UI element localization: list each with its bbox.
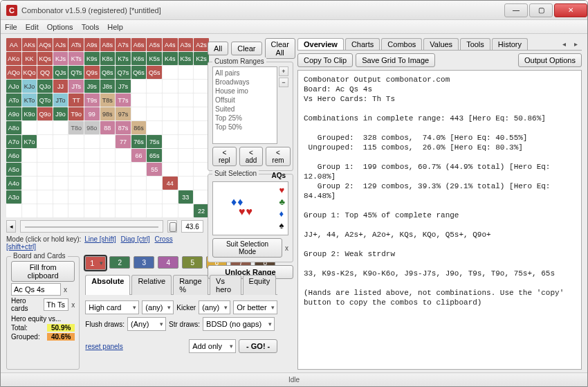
output-tabs[interactable]: OverviewChartsCombosValuesToolsHistory◂▸ bbox=[297, 38, 582, 51]
group-color-1[interactable]: 1 bbox=[85, 256, 106, 270]
hand-cell-88[interactable]: 88 bbox=[100, 121, 116, 134]
made-hand-qual-select[interactable]: (any) bbox=[142, 300, 174, 314]
made-hand-select[interactable]: High card bbox=[85, 300, 139, 314]
hand-cell-T9o[interactable]: T9o bbox=[68, 107, 84, 120]
hand-cell-A7o[interactable]: A7o bbox=[6, 135, 21, 148]
hero-clear-button[interactable]: x bbox=[71, 301, 75, 309]
hand-cell-T8s[interactable]: T8s bbox=[100, 93, 116, 107]
hand-cell-K5s[interactable]: K5s bbox=[147, 52, 162, 65]
filter-tab-absolute[interactable]: Absolute bbox=[85, 275, 130, 295]
hand-cell-AJo[interactable]: AJo bbox=[6, 80, 21, 93]
range-item[interactable]: House imo bbox=[215, 87, 275, 96]
hand-cell-JTs[interactable]: JTs bbox=[68, 80, 84, 93]
filter-tab-equity[interactable]: Equity bbox=[243, 275, 277, 295]
tab-nav-next[interactable]: ▸ bbox=[570, 40, 582, 48]
filter-tab-relative[interactable]: Relative bbox=[131, 275, 172, 295]
filter-tabs[interactable]: AbsoluteRelativeRange %Vs heroEquity bbox=[85, 274, 277, 295]
range-slider[interactable] bbox=[20, 220, 163, 233]
hand-cell-JTo[interactable]: JTo bbox=[53, 93, 68, 107]
output-tab-charts[interactable]: Charts bbox=[345, 38, 380, 50]
menu-help[interactable]: Help bbox=[107, 23, 123, 31]
hand-cell-44[interactable]: 44 bbox=[163, 177, 178, 190]
hand-cell-KQo[interactable]: KQo bbox=[22, 66, 37, 79]
spade-icon[interactable]: ♠ bbox=[279, 220, 285, 231]
hand-cell-98o[interactable]: 98o bbox=[84, 121, 100, 134]
suit-mode-button[interactable]: Suit Selection Mode bbox=[212, 238, 282, 258]
range-item[interactable]: Suited bbox=[215, 105, 275, 114]
hand-cell-Q9s[interactable]: Q9s bbox=[84, 66, 100, 79]
hand-cell-A2s[interactable]: A2s bbox=[194, 38, 209, 51]
hand-cell-33[interactable]: 33 bbox=[178, 190, 194, 204]
hand-cell-QJo[interactable]: QJo bbox=[37, 80, 53, 93]
hand-cell-A8s[interactable]: A8s bbox=[100, 38, 116, 51]
hand-cell-86s[interactable]: 86s bbox=[131, 121, 147, 134]
range-item[interactable]: Offsuit bbox=[215, 96, 275, 105]
hand-cell-T9s[interactable]: T9s bbox=[84, 93, 100, 107]
reset-panels-link[interactable]: reset panels bbox=[85, 343, 122, 350]
hand-cell-A6s[interactable]: A6s bbox=[131, 38, 147, 51]
custom-ranges-list[interactable]: All pairsBroadwaysHouse imoOffsuitSuited… bbox=[212, 66, 277, 144]
hand-cell-A9s[interactable]: A9s bbox=[84, 38, 100, 51]
maximize-button[interactable]: ▢ bbox=[529, 3, 553, 17]
hand-cell-99[interactable]: 99 bbox=[84, 107, 100, 120]
add-button[interactable]: < add bbox=[239, 147, 264, 166]
range-item[interactable]: Top 25% bbox=[215, 114, 275, 123]
hand-cell-A9o[interactable]: A9o bbox=[6, 107, 21, 120]
hand-cell-QTs[interactable]: QTs bbox=[68, 66, 84, 79]
hand-cell-Q7s[interactable]: Q7s bbox=[116, 66, 131, 79]
all-button[interactable]: All bbox=[208, 42, 228, 55]
hand-cell-QQ[interactable]: QQ bbox=[37, 66, 53, 79]
hand-cell-A5s[interactable]: A5s bbox=[147, 38, 162, 51]
hand-cell-K7o[interactable]: K7o bbox=[22, 135, 37, 148]
hand-cell-J9s[interactable]: J9s bbox=[84, 80, 100, 93]
flush-select[interactable]: (Any) bbox=[127, 317, 166, 331]
hand-cell-J8s[interactable]: J8s bbox=[100, 80, 116, 93]
diamond-icon[interactable]: ♦ bbox=[279, 208, 285, 219]
save-grid-button[interactable]: Save Grid To Image bbox=[356, 53, 435, 67]
hand-cell-T8o[interactable]: T8o bbox=[68, 121, 84, 134]
hand-cell-AQo[interactable]: AQo bbox=[6, 66, 21, 79]
hand-cell-K2s[interactable]: K2s bbox=[194, 52, 209, 65]
menu-file[interactable]: File bbox=[5, 23, 17, 31]
hand-cell-KJo[interactable]: KJo bbox=[22, 80, 37, 93]
hero-cards-input[interactable] bbox=[44, 298, 68, 311]
hand-cell-77[interactable]: 77 bbox=[116, 135, 131, 148]
hand-cell-A7s[interactable]: A7s bbox=[116, 38, 131, 51]
hand-cell-87s[interactable]: 87s bbox=[116, 121, 131, 134]
hand-cell-ATs[interactable]: ATs bbox=[68, 38, 84, 51]
output-text[interactable]: Combonator Output combonator.com Board: … bbox=[297, 70, 582, 370]
hand-cell-66[interactable]: 66 bbox=[131, 149, 147, 162]
kicker-select[interactable]: (any) bbox=[199, 300, 230, 314]
hand-cell-A3s[interactable]: A3s bbox=[178, 38, 194, 51]
hand-cell-A3o[interactable]: A3o bbox=[6, 190, 21, 204]
output-tab-values[interactable]: Values bbox=[423, 38, 459, 50]
str-select[interactable]: BDSD (no gaps) bbox=[203, 317, 275, 331]
hand-cell-AJs[interactable]: AJs bbox=[53, 38, 68, 51]
slider-dec-button[interactable]: ◂ bbox=[6, 220, 16, 233]
range-item[interactable]: Top 50% bbox=[215, 123, 275, 132]
hand-cell-KTs[interactable]: KTs bbox=[68, 52, 84, 65]
hand-cell-AQs[interactable]: AQs bbox=[37, 38, 53, 51]
hand-cell-K7s[interactable]: K7s bbox=[116, 52, 131, 65]
range-up-button[interactable]: + bbox=[279, 66, 288, 76]
fill-clipboard-button[interactable]: Fill from clipboard bbox=[11, 261, 75, 282]
hand-cell-A4o[interactable]: A4o bbox=[6, 177, 21, 190]
hand-cell-A5o[interactable]: A5o bbox=[6, 163, 21, 176]
hand-cell-KQs[interactable]: KQs bbox=[37, 52, 53, 65]
hand-cell-Q6s[interactable]: Q6s bbox=[131, 66, 147, 79]
hand-cell-A8o[interactable]: A8o bbox=[6, 121, 21, 134]
suit-selection-area[interactable]: ♥ ♣ ♦ ♠ ♦♦ ♥♥ bbox=[212, 181, 288, 235]
clear-button[interactable]: Clear bbox=[231, 42, 261, 55]
hand-cell-KTo[interactable]: KTo bbox=[22, 93, 37, 107]
hand-cell-T7s[interactable]: T7s bbox=[116, 93, 131, 107]
hand-cell-TT[interactable]: TT bbox=[68, 93, 84, 107]
board-input[interactable] bbox=[11, 283, 61, 296]
hand-cell-75s[interactable]: 75s bbox=[147, 135, 162, 148]
hand-grid[interactable]: AAAKsAQsAJsATsA9sA8sA7sA6sA5sA4sA3sA2sAK… bbox=[6, 38, 203, 217]
range-item[interactable]: Broadways bbox=[215, 78, 275, 87]
hand-cell-K8s[interactable]: K8s bbox=[100, 52, 116, 65]
hand-cell-98s[interactable]: 98s bbox=[100, 107, 116, 120]
orbetter-select[interactable]: Or better bbox=[233, 300, 277, 314]
output-tab-overview[interactable]: Overview bbox=[297, 38, 344, 50]
minimize-button[interactable]: — bbox=[504, 3, 528, 17]
